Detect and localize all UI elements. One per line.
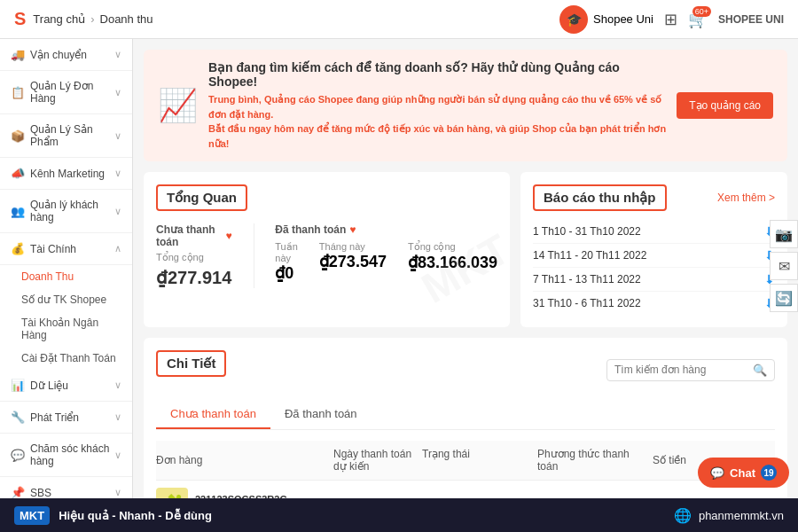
detail-header: Chi Tiết 🔍: [156, 350, 775, 389]
promo-banner: 📈 Bạn đang tìm kiếm cách để tăng doanh s…: [144, 50, 787, 161]
sidebar-sub-ngan-hang[interactable]: Tài Khoản Ngân Hàng: [0, 311, 132, 347]
shopee-uni-label: Shopee Uni: [593, 12, 653, 26]
globe-icon: 🌐: [674, 507, 692, 524]
report-label-2: 14 Th11 - 20 Th11 2022: [533, 249, 646, 262]
grid-icon[interactable]: ⊞: [664, 10, 677, 29]
overview-grid: Chưa thanh toán ♥ Tổng cộng ₫277.914 Đã …: [156, 223, 497, 288]
report-row-3: 7 Th11 - 13 Th11 2022 ⬇: [533, 268, 775, 292]
total-col: Tổng cộng ₫83.166.039: [408, 241, 497, 283]
total-label: Tổng cộng: [408, 241, 497, 253]
unpaid-label: Chưa thanh toán ♥: [156, 223, 232, 248]
chi-tiet-section: Chi Tiết 🔍 Chưa thanh toán Đã thanh toán…: [144, 338, 787, 498]
sidebar-item-marketing[interactable]: 📣 Kênh Marketing ∨: [0, 158, 132, 190]
chevron-icon: ∧: [114, 243, 121, 254]
paid-values: Tuần này ₫0 Tháng này ₫273.547 Tổng cộng…: [275, 241, 497, 283]
report-label-4: 31 Th10 - 6 Th11 2022: [533, 297, 641, 309]
phat-trien-icon: 🔧: [11, 411, 25, 424]
don-hang-icon: 📋: [11, 86, 25, 99]
sidebar-item-san-pham[interactable]: 📦 Quản Lý Sản Phẩm ∨: [0, 114, 132, 158]
report-label-1: 1 Th10 - 31 Th10 2022: [533, 225, 641, 238]
sidebar-sub-cai-dat[interactable]: Cài Đặt Thanh Toán: [0, 347, 132, 370]
sidebar-item-don-hang[interactable]: 📋 Quản Lý Đơn Hàng ∨: [0, 71, 132, 114]
header-right: 🎓 Shopee Uni ⊞ 🛒 60+ SHOPEE UNI: [559, 5, 784, 34]
action-btn-1[interactable]: 📷: [770, 220, 798, 248]
san-pham-icon: 📦: [11, 129, 25, 143]
paid-col: Đã thanh toán ♥ Tuần này ₫0 Tháng này: [275, 223, 497, 288]
tai-chinh-icon: 💰: [11, 242, 25, 255]
shopee-logo: S: [14, 9, 26, 29]
sidebar-sub-so-du[interactable]: Số dư TK Shopee: [0, 288, 132, 311]
header-left: S Trang chủ › Doanh thu: [14, 9, 153, 29]
notification-bell[interactable]: 🛒 60+: [688, 10, 708, 29]
shopee-uni[interactable]: 🎓 Shopee Uni: [559, 5, 653, 34]
sidebar-item-phat-trien[interactable]: 🔧 Phát Triển ∨: [0, 402, 132, 434]
chevron-icon: ∨: [114, 487, 121, 498]
chevron-icon: ∨: [114, 87, 121, 98]
sidebar-item-sbs[interactable]: 📌 SBS ∨: [0, 477, 132, 498]
col-header-order: Đơn hàng: [156, 448, 333, 473]
unpaid-sublabel: Tổng cộng: [156, 252, 232, 263]
shopee-uni-text: SHOPEE UNI: [718, 13, 784, 26]
report-more-link[interactable]: Xem thêm >: [717, 192, 775, 204]
order-status-1: Đơn chưa hoàn thành: [422, 497, 537, 498]
search-icon: 🔍: [753, 364, 767, 377]
month-value: ₫273.547: [319, 252, 387, 271]
month-label: Tháng này: [319, 241, 387, 252]
search-input[interactable]: [614, 364, 747, 376]
sidebar-item-du-lieu[interactable]: 📊 Dữ Liệu ∨: [0, 370, 132, 402]
table-header: Đơn hàng Ngày thanh toán dự kiến Trạng t…: [156, 441, 775, 481]
total-value: ₫83.166.039: [408, 253, 497, 272]
banner-highlight: 65%: [614, 94, 633, 105]
chi-tiet-title: Chi Tiết: [156, 350, 226, 377]
report-title: Báo cáo thu nhập: [533, 184, 667, 211]
order-info-1: 221123SQCSS3R2G Người mua: hrtgtki: [195, 494, 287, 499]
tab-da-thanh-toan[interactable]: Đã thanh toán: [270, 400, 372, 429]
du-lieu-icon: 📊: [11, 379, 25, 392]
breadcrumb-home[interactable]: Trang chủ: [33, 12, 85, 26]
order-payment-1: Ví ShopeePay: [537, 497, 653, 498]
unpaid-col: Chưa thanh toán ♥ Tổng cộng ₫277.914: [156, 223, 232, 288]
banner-desc1: Trung bình, Quảng cáo Shopee đang giúp n…: [208, 94, 614, 105]
report-row-1: 1 Th10 - 31 Th10 2022 ⬇: [533, 220, 775, 244]
chat-icon: 💬: [710, 466, 724, 480]
week-label: Tuần này: [275, 241, 298, 263]
chat-button[interactable]: 💬 Chat 19: [698, 458, 789, 488]
site-url[interactable]: phanmemmkt.vn: [699, 509, 784, 522]
report-label-3: 7 Th11 - 13 Th11 2022: [533, 273, 641, 286]
khach-hang-icon: 👥: [11, 205, 25, 218]
order-amount-1: ₫920 ∨: [653, 497, 724, 498]
action-btn-2[interactable]: ✉: [770, 252, 798, 280]
chevron-icon: ∨: [114, 411, 121, 423]
banner-title: Bạn đang tìm kiếm cách để tăng doanh số?…: [208, 60, 666, 89]
chevron-icon: ∨: [114, 206, 121, 217]
chevron-icon: ∨: [114, 450, 121, 461]
sidebar-item-khach-hang[interactable]: 👥 Quản lý khách hàng ∨: [0, 190, 132, 233]
table-row: 🧩 221123SQCSS3R2G Người mua: hrtgtki 07/…: [156, 481, 775, 498]
col-header-status: Trạng thái: [422, 448, 537, 473]
create-ad-button[interactable]: Tạo quảng cáo: [677, 92, 773, 119]
unpaid-value: ₫277.914: [156, 267, 232, 288]
main-area: 🚚 Vận chuyển ∨ 📋 Quản Lý Đơn Hàng ∨ 📦 Qu…: [0, 39, 798, 498]
sidebar-item-van-chuyen[interactable]: 🚚 Vận chuyển ∨: [0, 39, 132, 71]
report-row-2: 14 Th11 - 20 Th11 2022 ⬇: [533, 244, 775, 268]
banner-desc3: Bắt đầu ngay hôm nay để tăng mức độ tiếp…: [208, 123, 666, 149]
tong-quan-section: Tổng Quan Chưa thanh toán ♥ Tổng cộng ₫2…: [144, 172, 510, 327]
tab-chua-thanh-toan[interactable]: Chưa thanh toán: [156, 400, 270, 429]
order-id-1: 221123SQCSS3R2G: [195, 494, 287, 499]
week-col: Tuần này ₫0: [275, 241, 298, 283]
notification-badge: 60+: [692, 6, 711, 17]
paid-label: Đã thanh toán ♥: [275, 223, 497, 236]
sbs-icon: 📌: [11, 486, 25, 498]
content: MKT 📈 Bạn đang tìm kiếm cách để tăng doa…: [133, 39, 798, 498]
week-value: ₫0: [275, 263, 298, 283]
search-box[interactable]: 🔍: [606, 359, 775, 381]
chat-label: Chat: [730, 466, 755, 480]
cham-soc-icon: 💬: [11, 449, 25, 462]
sidebar-sub-doanh-thu[interactable]: Doanh Thu: [0, 265, 132, 288]
order-date-1: 07/12/2022: [333, 497, 422, 498]
sidebar-item-tai-chinh[interactable]: 💰 Tài Chính ∧: [0, 233, 132, 265]
action-btn-3[interactable]: 🔄: [770, 284, 798, 312]
sidebar-item-cham-soc[interactable]: 💬 Chăm sóc khách hàng ∨: [0, 434, 132, 477]
order-img-1: 🧩: [156, 488, 188, 498]
col-header-payment: Phương thức thanh toán: [537, 448, 653, 473]
